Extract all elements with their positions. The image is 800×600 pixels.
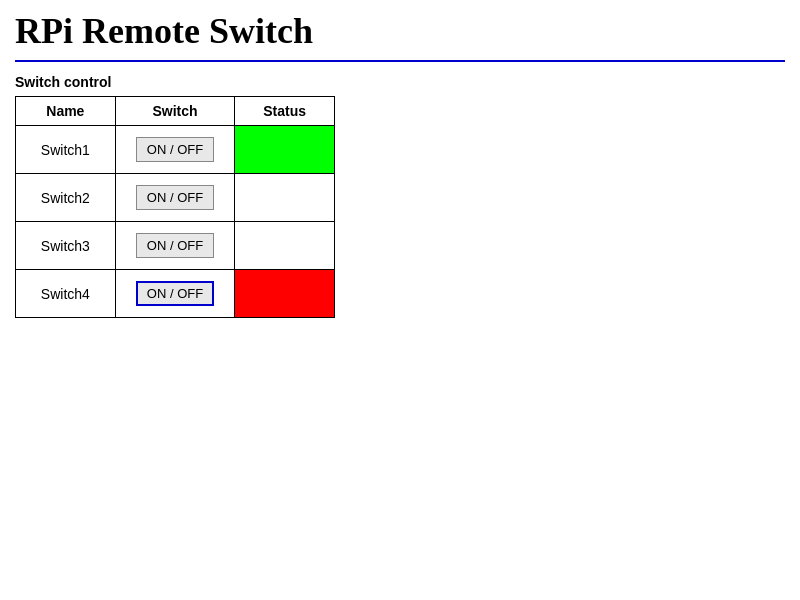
status-cell-switch4	[235, 270, 335, 318]
onoff-button-switch3[interactable]: ON / OFF	[136, 233, 214, 258]
table-row: Switch3ON / OFF	[16, 222, 335, 270]
table-row: Switch2ON / OFF	[16, 174, 335, 222]
switch-name-cell: Switch4	[16, 270, 116, 318]
col-header-switch: Switch	[115, 97, 235, 126]
status-indicator-green	[235, 126, 334, 173]
section-label: Switch control	[15, 74, 785, 90]
switch-name-cell: Switch1	[16, 126, 116, 174]
header-divider	[15, 60, 785, 62]
status-cell-switch2	[235, 174, 335, 222]
onoff-button-switch2[interactable]: ON / OFF	[136, 185, 214, 210]
status-cell-switch1	[235, 126, 335, 174]
table-row: Switch4ON / OFF	[16, 270, 335, 318]
switch-button-cell: ON / OFF	[115, 270, 235, 318]
col-header-name: Name	[16, 97, 116, 126]
onoff-button-switch4[interactable]: ON / OFF	[136, 281, 214, 306]
switch-name-cell: Switch2	[16, 174, 116, 222]
switch-name-cell: Switch3	[16, 222, 116, 270]
switch-button-cell: ON / OFF	[115, 222, 235, 270]
status-indicator-red	[235, 270, 334, 317]
status-cell-switch3	[235, 222, 335, 270]
switch-button-cell: ON / OFF	[115, 174, 235, 222]
onoff-button-switch1[interactable]: ON / OFF	[136, 137, 214, 162]
table-row: Switch1ON / OFF	[16, 126, 335, 174]
switch-button-cell: ON / OFF	[115, 126, 235, 174]
col-header-status: Status	[235, 97, 335, 126]
page-title: RPi Remote Switch	[15, 10, 785, 52]
switch-table: Name Switch Status Switch1ON / OFFSwitch…	[15, 96, 335, 318]
